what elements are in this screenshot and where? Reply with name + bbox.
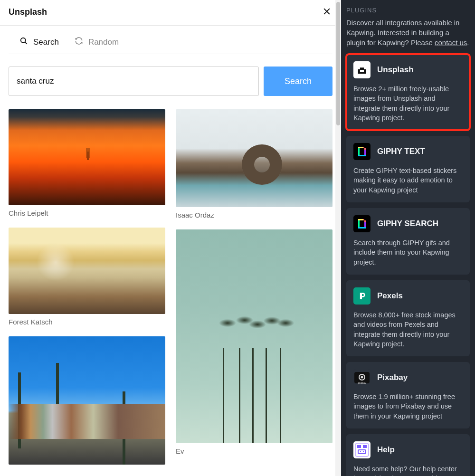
result-author: Ev	[176, 447, 332, 455]
plugin-name: Unsplash	[377, 65, 414, 75]
svg-rect-4	[358, 155, 366, 156]
result-thumbnail[interactable]	[176, 229, 332, 443]
plugin-description: Browse 2+ million freely-usable images f…	[353, 84, 463, 123]
plugin-description: Browse 8,000+ free stock images and vide…	[353, 310, 463, 349]
plugin-card-giphy-text[interactable]: GIPHY TEXT Create GIPHY text-based stick…	[346, 136, 470, 202]
plugins-heading: PLUGINS	[346, 7, 470, 14]
plugins-sidebar: PLUGINS Discover all integrations availa…	[341, 0, 475, 476]
plugins-desc-suffix: .	[467, 38, 469, 47]
svg-rect-11	[363, 219, 364, 220]
plugin-card-giphy-search[interactable]: GIPHY SEARCH Search through GIPHY gifs a…	[346, 208, 470, 275]
svg-rect-19	[363, 445, 367, 448]
tab-search[interactable]: Search	[19, 36, 59, 48]
search-row: Search	[9, 67, 332, 96]
giphy-text-icon	[353, 143, 370, 160]
results-column-2: Isaac Ordaz Ev	[176, 109, 332, 476]
svg-point-15	[361, 376, 363, 379]
result-item[interactable]: Isaac Ordaz	[176, 109, 332, 219]
svg-text:pixabay: pixabay	[358, 381, 366, 384]
plugin-name: Pixabay	[377, 373, 408, 382]
plugin-card-pexels[interactable]: Pexels Browse 8,000+ free stock images a…	[346, 280, 470, 356]
svg-rect-22	[363, 451, 364, 452]
plugin-head: Pexels	[353, 287, 463, 305]
svg-rect-12	[364, 220, 366, 222]
unsplash-panel: Unsplash Search Random Search	[0, 0, 341, 476]
plugin-name: GIPHY SEARCH	[377, 219, 438, 228]
close-icon	[322, 10, 332, 18]
svg-rect-3	[358, 147, 363, 148]
result-thumbnail[interactable]	[9, 109, 165, 205]
scrollbar-thumb[interactable]	[336, 2, 340, 125]
result-item[interactable]: Ev	[176, 229, 332, 455]
pexels-icon	[353, 287, 370, 305]
result-thumbnail[interactable]	[176, 109, 332, 207]
plugin-description: Search through GIPHY gifs and include th…	[353, 238, 463, 267]
plugin-head: pixabay Pixabay	[353, 369, 463, 386]
result-author: Forest Katsch	[9, 318, 165, 326]
svg-rect-21	[360, 451, 361, 452]
result-thumbnail[interactable]	[9, 336, 165, 465]
pixabay-icon: pixabay	[353, 369, 370, 386]
results-grid: Chris Leipelt Forest Katsch Isaac Ordaz	[9, 109, 332, 476]
plugin-head: Help	[353, 441, 463, 458]
plugins-description: Discover all integrations available in K…	[346, 18, 470, 48]
panel-header: Unsplash	[0, 0, 341, 26]
tabs: Search Random	[9, 36, 332, 54]
search-input[interactable]	[9, 67, 259, 96]
plugin-card-pixabay[interactable]: pixabay Pixabay Browse 1.9 million+ stun…	[346, 362, 470, 428]
svg-rect-18	[357, 445, 361, 448]
plugin-card-help[interactable]: Help Need some help? Our help center has…	[346, 434, 470, 476]
plugin-head: GIPHY SEARCH	[353, 215, 463, 232]
tab-random-label: Random	[88, 38, 119, 47]
svg-rect-6	[364, 148, 366, 150]
result-thumbnail[interactable]	[9, 228, 165, 314]
tab-search-label: Search	[33, 38, 59, 47]
search-icon	[19, 36, 28, 48]
plugin-description: Need some help? Our help center has arti…	[353, 464, 463, 476]
help-icon	[353, 441, 370, 458]
result-author: Chris Leipelt	[9, 209, 165, 217]
svg-rect-5	[363, 147, 364, 148]
plugin-head: GIPHY TEXT	[353, 143, 463, 160]
tab-random[interactable]: Random	[74, 36, 119, 48]
result-item[interactable]: Chris Leipelt	[9, 109, 165, 217]
panel-body: Search Random Search Chris Leipelt	[0, 26, 341, 476]
scrollbar[interactable]	[335, 0, 341, 476]
plugin-description: Browse 1.9 million+ stunning free images…	[353, 392, 463, 421]
plugin-name: GIPHY TEXT	[377, 147, 425, 156]
plugin-name: Pexels	[377, 291, 403, 301]
svg-point-0	[21, 38, 26, 43]
plugin-head: Unsplash	[353, 61, 463, 78]
plugin-name: Help	[377, 445, 395, 455]
contact-us-link[interactable]: contact us	[435, 38, 467, 47]
result-item[interactable]: Forest Katsch	[9, 228, 165, 326]
results-column-1: Chris Leipelt Forest Katsch	[9, 109, 165, 476]
result-author: Isaac Ordaz	[176, 211, 332, 219]
plugin-card-unsplash[interactable]: Unsplash Browse 2+ million freely-usable…	[346, 54, 470, 130]
panel-title: Unsplash	[9, 7, 47, 17]
plugin-description: Create GIPHY text-based stickers making …	[353, 166, 463, 195]
unsplash-icon	[353, 61, 370, 78]
refresh-icon	[74, 36, 84, 48]
giphy-search-icon	[353, 215, 370, 232]
svg-rect-9	[358, 219, 363, 220]
svg-rect-10	[358, 227, 366, 228]
result-item[interactable]	[9, 336, 165, 465]
search-button[interactable]: Search	[264, 67, 332, 96]
close-button[interactable]	[321, 6, 332, 19]
